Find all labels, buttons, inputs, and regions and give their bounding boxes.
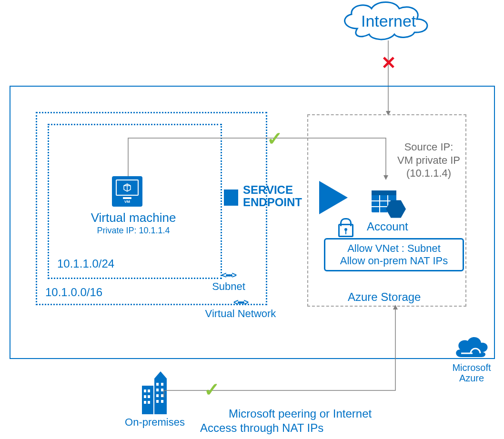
azure-brand-line2: Azure bbox=[459, 373, 484, 383]
svg-rect-15 bbox=[148, 389, 150, 392]
svg-rect-22 bbox=[156, 389, 159, 391]
azure-brand: Microsoft Azure bbox=[448, 333, 495, 383]
account-label: Account bbox=[367, 220, 408, 233]
peering-l2: Access through NAT IPs bbox=[200, 421, 323, 435]
source-ip-l1: Source IP: bbox=[404, 141, 454, 153]
onprem-label: On-premises bbox=[124, 416, 186, 429]
onprem-to-storage-line bbox=[162, 305, 405, 400]
svg-rect-16 bbox=[144, 395, 146, 398]
svg-marker-28 bbox=[393, 305, 398, 309]
check-icon: ✓ bbox=[267, 128, 283, 150]
svg-rect-14 bbox=[144, 389, 146, 392]
source-ip: Source IP: VM private IP (10.1.1.4) bbox=[393, 140, 464, 180]
svg-rect-4 bbox=[224, 190, 238, 206]
internet-cloud: Internet bbox=[333, 0, 438, 43]
azure-brand-line1: Microsoft bbox=[452, 362, 491, 373]
rule-l2: Allow on-prem NAT IPs bbox=[332, 255, 456, 267]
svg-rect-26 bbox=[156, 400, 159, 403]
rule-l1: Allow VNet : Subnet bbox=[332, 242, 456, 255]
subnet-label: Subnet bbox=[205, 280, 252, 293]
service-endpoint-l1: SERVICE bbox=[243, 183, 293, 196]
svg-rect-6 bbox=[372, 190, 396, 195]
svg-rect-27 bbox=[161, 400, 163, 403]
vm-private-ip: Private IP: 10.1.1.4 bbox=[86, 226, 181, 236]
lock-icon bbox=[338, 224, 353, 237]
service-endpoint-l2: ENDPOINT bbox=[243, 196, 302, 209]
internet-label: Internet bbox=[361, 12, 416, 30]
svg-rect-17 bbox=[148, 395, 150, 398]
source-ip-l3: (10.1.1.4) bbox=[406, 167, 451, 179]
storage-label: Azure Storage bbox=[348, 290, 421, 304]
storage-account-icon bbox=[372, 190, 410, 219]
peering-text: Microsoft peering or Internet bbox=[229, 407, 372, 421]
peering-icon: <•••> bbox=[205, 270, 252, 280]
peering-l1: Microsoft peering or Internet bbox=[229, 407, 372, 420]
svg-rect-24 bbox=[156, 394, 159, 397]
vnet-cidr: 10.1.0.0/16 bbox=[45, 286, 102, 299]
svg-rect-19 bbox=[148, 401, 150, 404]
firewall-rules: Allow VNet : Subnet Allow on-prem NAT IP… bbox=[324, 238, 464, 271]
subnet-cidr: 10.1.1.0/24 bbox=[57, 257, 114, 270]
cross-icon: ✕ bbox=[381, 52, 396, 73]
svg-rect-20 bbox=[156, 383, 159, 386]
check-icon: ✓ bbox=[204, 379, 220, 400]
svg-rect-18 bbox=[144, 401, 146, 404]
vm-title: Virtual machine bbox=[86, 210, 181, 225]
subnet-icon-block: <•••> Subnet bbox=[205, 270, 252, 293]
source-ip-l2: VM private IP bbox=[397, 154, 460, 166]
